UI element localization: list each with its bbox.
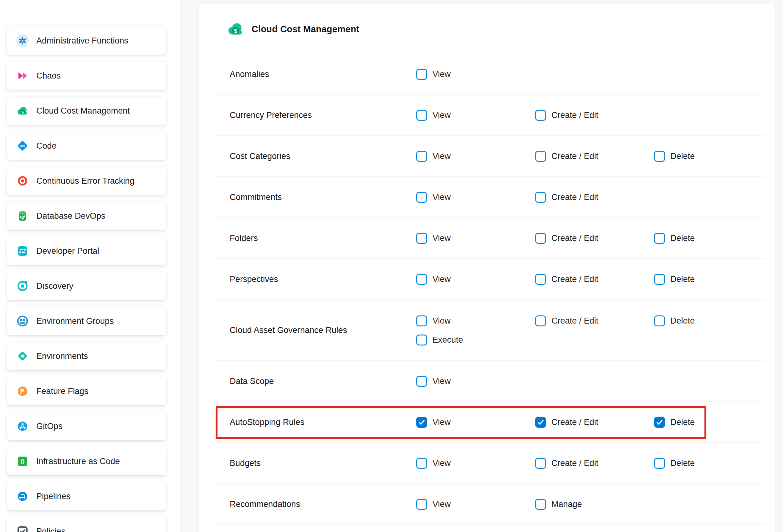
unchecked-checkbox[interactable]	[535, 233, 546, 244]
sidebar-item-policies[interactable]: Policies	[7, 517, 166, 532]
svg-text:</>: </>	[20, 144, 25, 148]
unchecked-checkbox[interactable]	[535, 151, 546, 162]
permission-anomalies-view[interactable]: View	[416, 69, 451, 80]
unchecked-checkbox[interactable]	[416, 110, 427, 121]
unchecked-checkbox[interactable]	[654, 274, 665, 285]
permission-budgets-view[interactable]: View	[416, 458, 535, 469]
unchecked-checkbox[interactable]	[416, 274, 427, 285]
unchecked-checkbox[interactable]	[535, 499, 546, 510]
checked-checkbox[interactable]	[535, 417, 546, 428]
sidebar-item-label: Pipelines	[36, 492, 71, 501]
unchecked-checkbox[interactable]	[535, 315, 546, 326]
permission-line: ViewCreate / EditDelete	[416, 315, 695, 326]
permission-autostopping-rules-create-edit[interactable]: Create / Edit	[535, 417, 654, 428]
resource-label: AutoStopping Rules	[230, 417, 416, 427]
permission-row-budgets: BudgetsViewCreate / EditDelete	[217, 443, 765, 484]
sidebar-item-discovery[interactable]: Discovery	[7, 272, 166, 300]
permission-options: ViewManage	[416, 499, 582, 510]
permission-row-commitments: CommitmentsViewCreate / Edit	[217, 177, 765, 218]
permission-budgets-delete[interactable]: Delete	[654, 458, 695, 469]
permission-cloud-asset-governance-rules-delete[interactable]: Delete	[654, 315, 695, 326]
permission-perspectives-view[interactable]: View	[416, 274, 535, 285]
sidebar-item-administrative-functions[interactable]: Administrative Functions	[7, 27, 166, 55]
unchecked-checkbox[interactable]	[654, 315, 665, 326]
permission-cost-categories-delete[interactable]: Delete	[654, 151, 695, 162]
sidebar-item-pipelines[interactable]: Pipelines	[7, 482, 166, 510]
svg-text:$: $	[234, 28, 238, 34]
unchecked-checkbox[interactable]	[535, 274, 546, 285]
permission-autostopping-rules-view[interactable]: View	[416, 417, 535, 428]
unchecked-checkbox[interactable]	[416, 151, 427, 162]
unchecked-checkbox[interactable]	[535, 192, 546, 203]
sidebar-item-database-devops[interactable]: Database DevOps	[7, 202, 166, 230]
unchecked-checkbox[interactable]	[416, 69, 427, 80]
unchecked-checkbox[interactable]	[416, 499, 427, 510]
sidebar-item-continuous-error-tracking[interactable]: Continuous Error Tracking	[7, 167, 166, 195]
permission-folders-view[interactable]: View	[416, 233, 535, 244]
permission-folders-delete[interactable]: Delete	[654, 233, 695, 244]
permission-recommendations-manage[interactable]: Manage	[535, 499, 582, 510]
unchecked-checkbox[interactable]	[535, 458, 546, 469]
resource-label: Cloud Asset Governance Rules	[230, 325, 416, 335]
permission-folders-create-edit[interactable]: Create / Edit	[535, 233, 654, 244]
sidebar-item-cloud-cost-management[interactable]: $Cloud Cost Management	[7, 97, 166, 125]
sidebar-item-feature-flags[interactable]: Feature Flags	[7, 377, 166, 405]
sidebar-item-gitops[interactable]: GitOps	[7, 412, 166, 440]
checked-checkbox[interactable]	[416, 417, 427, 428]
sidebar-item-label: Cloud Cost Management	[36, 106, 130, 116]
unchecked-checkbox[interactable]	[654, 458, 665, 469]
chaos-icon	[16, 69, 29, 82]
permission-perspectives-delete[interactable]: Delete	[654, 274, 695, 285]
sidebar-item-code[interactable]: </>Code	[7, 132, 166, 160]
unchecked-checkbox[interactable]	[416, 376, 427, 387]
checkbox-label: Manage	[552, 499, 582, 509]
resource-label: Folders	[230, 233, 416, 243]
sidebar-item-developer-portal[interactable]: Developer Portal	[7, 237, 166, 265]
checkbox-label: View	[433, 417, 451, 427]
gitops-icon	[16, 420, 29, 433]
permission-commitments-view[interactable]: View	[416, 192, 535, 203]
layers-icon	[16, 350, 29, 363]
permission-currency-preferences-view[interactable]: View	[416, 110, 535, 121]
permission-cost-categories-view[interactable]: View	[416, 151, 535, 162]
portal-icon	[16, 245, 29, 257]
unchecked-checkbox[interactable]	[654, 151, 665, 162]
sidebar-item-infrastructure-as-code[interactable]: {}Infrastructure as Code	[7, 447, 166, 475]
unchecked-checkbox[interactable]	[416, 315, 427, 326]
sidebar-item-environments[interactable]: Environments	[7, 342, 166, 370]
permission-options: ViewCreate / EditDelete	[416, 274, 695, 285]
sidebar-item-list: Administrative FunctionsChaos$Cloud Cost…	[0, 27, 181, 532]
unchecked-checkbox[interactable]	[416, 233, 427, 244]
unchecked-checkbox[interactable]	[416, 458, 427, 469]
permission-cloud-asset-governance-rules-execute[interactable]: Execute	[416, 335, 463, 345]
sidebar-item-chaos[interactable]: Chaos	[7, 62, 166, 90]
permission-line: View	[416, 376, 451, 387]
permission-data-scope-view[interactable]: View	[416, 376, 451, 387]
checkbox-label: Delete	[670, 275, 695, 284]
target-icon	[16, 175, 29, 187]
permission-cloud-asset-governance-rules-create-edit[interactable]: Create / Edit	[535, 315, 654, 326]
permission-budgets-create-edit[interactable]: Create / Edit	[535, 458, 654, 469]
sidebar-item-label: Discovery	[36, 281, 73, 291]
group-icon	[16, 315, 29, 327]
checkbox-label: Create / Edit	[552, 275, 598, 284]
checked-checkbox[interactable]	[654, 417, 665, 428]
permission-cloud-asset-governance-rules-view[interactable]: View	[416, 315, 535, 326]
unchecked-checkbox[interactable]	[535, 110, 546, 121]
permission-autostopping-rules-delete[interactable]: Delete	[654, 417, 695, 428]
panel-title: Cloud Cost Management	[252, 24, 359, 34]
checkbox-label: View	[433, 316, 451, 326]
permission-line: View	[416, 69, 451, 80]
unchecked-checkbox[interactable]	[654, 233, 665, 244]
permission-perspectives-create-edit[interactable]: Create / Edit	[535, 274, 654, 285]
sidebar-item-environment-groups[interactable]: Environment Groups	[7, 307, 166, 335]
permission-cost-categories-create-edit[interactable]: Create / Edit	[535, 151, 654, 162]
unchecked-checkbox[interactable]	[416, 192, 427, 203]
permission-options: ViewCreate / Edit	[416, 192, 598, 203]
permission-line: ViewManage	[416, 499, 582, 510]
permission-currency-preferences-create-edit[interactable]: Create / Edit	[535, 110, 598, 121]
permission-commitments-create-edit[interactable]: Create / Edit	[535, 192, 598, 203]
permission-row-cloud-asset-governance-rules: Cloud Asset Governance RulesViewCreate /…	[217, 300, 765, 361]
unchecked-checkbox[interactable]	[416, 335, 427, 345]
permission-recommendations-view[interactable]: View	[416, 499, 535, 510]
